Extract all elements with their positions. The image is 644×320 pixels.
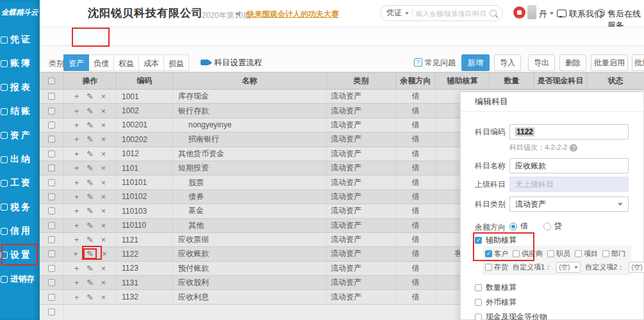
row-checkbox[interactable] xyxy=(48,250,55,257)
action-button-3[interactable]: 删除 xyxy=(559,54,586,71)
add-icon[interactable]: + xyxy=(74,193,79,201)
sidebar-item-credit[interactable]: 信用 xyxy=(0,223,40,239)
delete-icon[interactable]: × xyxy=(101,278,106,287)
sidebar-item-settings[interactable]: 设置 xyxy=(0,247,40,264)
add-icon[interactable]: + xyxy=(74,92,79,100)
edit-icon[interactable]: ✎ xyxy=(87,264,94,273)
row-checkbox[interactable] xyxy=(48,122,55,129)
edit-icon[interactable]: ✎ xyxy=(87,164,94,172)
search-icon[interactable] xyxy=(490,10,497,17)
checkbox-checked-icon[interactable] xyxy=(475,237,482,244)
aux-option-项目[interactable]: 项目 xyxy=(575,249,598,259)
add-icon[interactable]: + xyxy=(74,179,79,187)
delete-icon[interactable]: × xyxy=(101,293,106,301)
sidebar-item-asset[interactable]: 资产 xyxy=(0,127,40,144)
delete-icon[interactable]: × xyxy=(101,164,106,172)
delete-icon[interactable]: × xyxy=(101,121,106,129)
sidebar-item-cashier[interactable]: 出纳 xyxy=(0,151,40,168)
row-checkbox[interactable] xyxy=(48,236,55,243)
edit-icon[interactable]: ✎ xyxy=(87,179,94,187)
row-checkbox[interactable] xyxy=(48,193,55,200)
activity-badge-icon[interactable] xyxy=(513,6,525,19)
add-icon[interactable]: + xyxy=(74,164,79,172)
edit-icon[interactable]: ✎ xyxy=(87,150,94,158)
aux-accounting-toggle[interactable]: 辅助核算 xyxy=(475,235,516,246)
category-button-负债[interactable]: 负债 xyxy=(88,54,114,71)
sidebar-item-payroll[interactable]: 工资 xyxy=(0,175,40,191)
row-checkbox[interactable] xyxy=(48,207,55,214)
add-icon[interactable]: + xyxy=(74,135,79,143)
search-type-select[interactable]: 凭证 xyxy=(386,8,402,19)
question-icon[interactable]: ? xyxy=(570,144,577,152)
edit-icon[interactable]: ✎ xyxy=(87,121,94,129)
row-checkbox[interactable] xyxy=(48,294,55,301)
row-checkbox[interactable] xyxy=(48,265,55,272)
add-icon[interactable]: + xyxy=(74,121,79,129)
row-checkbox[interactable] xyxy=(48,150,55,157)
add-icon[interactable]: + xyxy=(74,107,79,115)
add-icon[interactable]: + xyxy=(73,250,78,258)
avatar[interactable] xyxy=(527,5,536,19)
row-checkbox[interactable] xyxy=(48,279,55,286)
faq-link[interactable]: 常见问题 xyxy=(425,58,456,68)
code-input[interactable]: 1122 xyxy=(509,124,629,140)
edit-icon[interactable]: ✎ xyxy=(83,248,97,259)
edit-icon[interactable]: ✎ xyxy=(87,92,94,100)
row-checkbox[interactable] xyxy=(48,222,55,229)
panel-check-1[interactable]: 外币核算 xyxy=(475,297,516,308)
action-button-2[interactable]: 导出 xyxy=(528,54,555,71)
panel-check-2[interactable]: 现金及现金等价物 xyxy=(475,312,547,320)
edit-icon[interactable]: ✎ xyxy=(87,107,94,115)
edit-icon[interactable]: ✎ xyxy=(87,236,94,244)
add-icon[interactable]: + xyxy=(74,150,79,158)
edit-icon[interactable]: ✎ xyxy=(87,221,94,230)
action-button-5[interactable]: 批量禁用 xyxy=(632,54,644,71)
delete-icon[interactable]: × xyxy=(101,92,106,100)
edit-icon[interactable]: ✎ xyxy=(87,293,94,301)
sidebar-item-closing[interactable]: 结账 xyxy=(0,103,40,120)
aux-option-客户[interactable]: 客户 xyxy=(485,249,508,259)
sidebar-item-ledger[interactable]: 账簿 xyxy=(0,55,40,72)
global-search[interactable]: 凭证 xyxy=(380,5,503,21)
action-button-0[interactable]: 新增 xyxy=(461,54,490,71)
sidebar-item-voucher[interactable]: 凭证 xyxy=(0,31,40,48)
select-all-checkbox[interactable] xyxy=(48,77,55,84)
add-icon[interactable]: + xyxy=(74,264,79,273)
action-button-1[interactable]: 导入 xyxy=(494,54,521,71)
category-button-资产[interactable]: 资产 xyxy=(63,54,89,71)
add-icon[interactable]: + xyxy=(74,278,79,287)
row-checkbox[interactable] xyxy=(48,164,55,172)
action-button-4[interactable]: 批量启用 xyxy=(591,54,628,71)
row-checkbox[interactable] xyxy=(48,108,55,115)
row-checkbox[interactable] xyxy=(48,136,55,143)
edit-icon[interactable]: ✎ xyxy=(87,135,94,143)
delete-icon[interactable]: × xyxy=(101,264,106,273)
delete-icon[interactable]: × xyxy=(101,135,106,143)
category-button-成本[interactable]: 成本 xyxy=(138,54,164,71)
custom2-select[interactable]: (空) xyxy=(629,262,644,273)
aux-option-部门[interactable]: 部门 xyxy=(602,249,625,259)
subject-setup-flow-link[interactable]: 科目设置流程 xyxy=(214,58,262,68)
add-icon[interactable]: + xyxy=(74,293,79,301)
category-button-损益[interactable]: 损益 xyxy=(163,54,189,71)
delete-icon[interactable]: × xyxy=(101,107,106,115)
promo-link[interactable]: 快来围观会计人的功夫大赛 xyxy=(247,9,339,20)
sidebar-item-report[interactable]: 报表 xyxy=(0,79,40,96)
category-select[interactable]: 流动资产 xyxy=(509,196,629,212)
name-input[interactable]: 应收账款 xyxy=(509,158,629,173)
add-icon[interactable]: + xyxy=(74,207,79,215)
add-icon[interactable]: + xyxy=(74,221,79,230)
category-button-权益[interactable]: 权益 xyxy=(113,54,139,71)
edit-icon[interactable]: ✎ xyxy=(87,278,94,287)
sidebar-item-inventory[interactable]: 进销存 xyxy=(0,271,40,287)
search-input[interactable] xyxy=(416,10,486,17)
delete-icon[interactable]: × xyxy=(101,207,106,215)
aux-option-职员[interactable]: 职员 xyxy=(547,249,570,259)
direction-radio-借[interactable]: 借 xyxy=(509,221,528,232)
user-name[interactable]: 丹 xyxy=(539,9,547,20)
delete-icon[interactable]: × xyxy=(101,221,106,230)
aux-option-供应商[interactable]: 供应商 xyxy=(513,249,543,259)
edit-icon[interactable]: ✎ xyxy=(87,193,94,201)
delete-icon[interactable]: × xyxy=(101,150,106,158)
delete-icon[interactable]: × xyxy=(102,250,107,258)
